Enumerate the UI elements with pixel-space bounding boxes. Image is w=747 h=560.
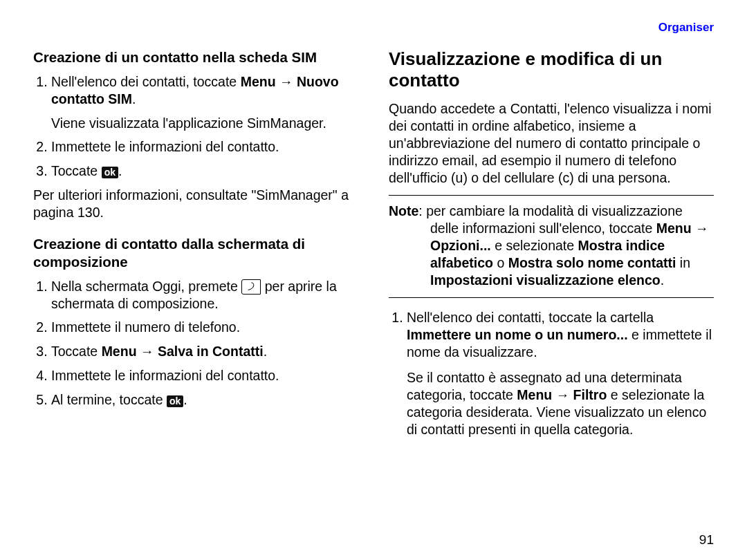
text: . <box>132 91 136 106</box>
text: : per cambiare la modalità di visualizza… <box>418 203 683 236</box>
text: Toccate <box>51 344 102 359</box>
bold: Menu <box>517 387 552 402</box>
bold: Mostra solo nome contatti <box>508 255 676 270</box>
two-column-layout: Creazione di un contatto nella scheda SI… <box>33 48 714 445</box>
text: o <box>493 255 508 270</box>
text: Nell'elenco dei contatti, toccate <box>51 74 241 89</box>
step-item: Toccate ok. <box>51 162 358 180</box>
page-number: 91 <box>699 532 714 548</box>
steps-create-sim: Nell'elenco dei contatti, toccate Menu →… <box>33 73 358 180</box>
paragraph: Per ulteriori informazioni, consultate "… <box>33 187 358 221</box>
ok-icon: ok <box>167 395 183 407</box>
step-item: Al termine, toccate ok. <box>51 391 358 409</box>
steps-view-contact: Nell'elenco dei contatti, toccate la car… <box>389 309 714 438</box>
text: . <box>661 272 664 288</box>
heading-create-from-dialer: Creazione di contatto dalla schermata di… <box>33 235 358 270</box>
section-link-organiser[interactable]: Organiser <box>658 21 714 35</box>
text: Toccate <box>51 163 102 178</box>
note-block: Note: per cambiare la modalità di visual… <box>389 195 714 298</box>
text: . <box>264 344 267 359</box>
bold: Menu <box>656 221 692 236</box>
step-item: Nella schermata Oggi, premete per aprire… <box>51 278 358 312</box>
substep-text: Viene visualizzata l'applicazione SimMan… <box>51 115 358 132</box>
heading-create-sim-contact: Creazione di un contatto nella scheda SI… <box>33 48 358 66</box>
substep-text: Se il contatto è assegnato ad una determ… <box>407 369 714 438</box>
ok-icon: ok <box>102 167 118 178</box>
arrow: → <box>276 74 297 89</box>
manual-page: Organiser Creazione di un contatto nella… <box>0 0 747 560</box>
text: . <box>118 163 122 178</box>
text: e selezionate <box>491 238 578 253</box>
step-item: Immettete le informazioni del contatto. <box>51 367 358 384</box>
heading-view-edit-contact: Visualizzazione e modifica di un contatt… <box>389 48 714 91</box>
bold: Filtro <box>573 387 607 402</box>
note-body: Note: per cambiare la modalità di visual… <box>389 203 714 289</box>
bold: Impostazioni visualizzazione elenco <box>430 272 661 288</box>
text: . <box>183 392 187 407</box>
step-item: Immettete le informazioni del contatto. <box>51 138 358 156</box>
step-item: Nell'elenco dei contatti, toccate Menu →… <box>51 73 358 132</box>
right-column: Visualizzazione e modifica di un contatt… <box>389 48 714 445</box>
intro-paragraph: Quando accedete a Contatti, l'elenco vis… <box>389 100 714 187</box>
left-column: Creazione di un contatto nella scheda SI… <box>33 48 358 445</box>
text: Nella schermata Oggi, premete <box>51 279 241 294</box>
bold: Menu <box>241 74 276 89</box>
text: Al termine, toccate <box>51 392 167 407</box>
step-item: Nell'elenco dei contatti, toccate la car… <box>407 309 714 438</box>
arrow: → <box>137 344 158 359</box>
bold: Opzioni... <box>430 238 491 253</box>
step-item: Immettete il numero di telefono. <box>51 319 358 336</box>
arrow: → <box>692 221 709 236</box>
text: Nell'elenco dei contatti, toccate la car… <box>407 310 654 325</box>
steps-create-dialer: Nella schermata Oggi, premete per aprire… <box>33 278 358 409</box>
arrow: → <box>552 387 573 402</box>
bold: Immettere un nome o un numero... <box>407 327 628 342</box>
step-item: Toccate Menu → Salva in Contatti. <box>51 343 358 360</box>
text: in <box>676 255 690 270</box>
note-label: Note <box>389 203 418 218</box>
bold: Menu <box>102 344 137 359</box>
bold: Salva in Contatti <box>158 344 264 359</box>
call-key-icon <box>241 279 261 295</box>
